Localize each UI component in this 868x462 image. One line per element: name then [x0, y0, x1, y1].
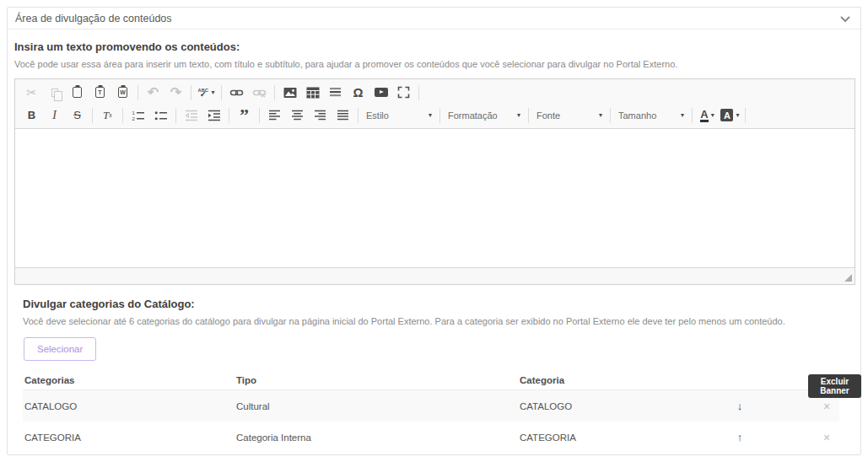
categories-description: Você deve selecionar até 6 categorias do…	[23, 316, 854, 326]
italic-button[interactable]: I	[44, 105, 65, 125]
header-categoria: Categoria	[520, 375, 666, 385]
justify-icon[interactable]	[332, 105, 353, 125]
font-dropdown[interactable]: Fonte ▾	[532, 105, 607, 125]
youtube-embed-icon[interactable]	[370, 83, 391, 102]
paste-icon[interactable]	[67, 83, 88, 102]
decrease-indent-icon[interactable]	[181, 105, 202, 125]
copy-icon[interactable]	[44, 83, 65, 102]
separator	[610, 108, 611, 123]
header-categorias: Categorias	[23, 375, 236, 385]
caret-down-icon: ▾	[517, 111, 520, 119]
paste-as-text-icon[interactable]: T	[89, 83, 111, 102]
clipboard-shape: T	[95, 87, 105, 98]
align-left-icon[interactable]	[264, 105, 285, 125]
caret-down-icon: ▾	[429, 111, 432, 119]
text-color-button[interactable]: A ▾	[697, 105, 718, 125]
separator	[191, 85, 191, 100]
horizontal-line-icon[interactable]	[325, 83, 346, 102]
strikethrough-button[interactable]: S	[67, 105, 88, 125]
cell-categoria: CATEGORIA	[520, 432, 666, 443]
move-down-icon[interactable]: ↓	[737, 400, 743, 412]
panel-header[interactable]: Área de divulgação de conteúdos	[8, 8, 860, 30]
delete-banner-icon[interactable]: ×	[823, 432, 830, 443]
special-char-icon[interactable]: Ω	[348, 83, 369, 102]
cell-categorias: CATALOGO	[23, 401, 236, 411]
numbered-list-icon[interactable]: 12	[127, 105, 148, 125]
cut-icon[interactable]: ✂	[21, 83, 42, 102]
separator	[92, 108, 93, 123]
separator	[528, 108, 529, 123]
caret-down-icon: ▾	[211, 89, 214, 96]
chevron-down-icon[interactable]	[840, 11, 850, 26]
background-color-button[interactable]: A ▾	[720, 105, 741, 125]
cell-tipo: Cultural	[236, 401, 520, 411]
table-row: CATALOGO Cultural CATALOGO ↓ ×	[23, 390, 839, 422]
toolbar-row-2: B I S Tx 12	[20, 104, 849, 126]
svg-text:1: 1	[132, 110, 135, 116]
table-icon[interactable]	[302, 83, 323, 102]
select-categories-button[interactable]: Selecionar	[24, 337, 96, 361]
paste-text-mark: T	[98, 89, 101, 95]
spellcheck-icon[interactable]: ABC ✓ ▾	[196, 83, 217, 102]
size-dropdown[interactable]: Tamanho ▾	[614, 105, 688, 125]
align-center-icon[interactable]	[287, 105, 308, 125]
separator	[274, 85, 275, 100]
separator	[439, 108, 440, 123]
style-dropdown[interactable]: Estilo ▾	[362, 105, 436, 125]
background-color-glyph: A	[720, 109, 733, 121]
text-color-glyph: A	[700, 109, 708, 122]
format-dropdown[interactable]: Formatação ▾	[444, 105, 525, 125]
spell-check-mark: ✓	[200, 92, 207, 97]
separator	[175, 108, 176, 123]
remove-format-x: x	[109, 111, 112, 119]
cell-tipo: Categoria Interna	[236, 432, 520, 443]
caret-down-icon: ▾	[736, 111, 739, 119]
image-icon[interactable]	[279, 83, 300, 102]
caret-down-icon: ▾	[599, 111, 602, 119]
clipboard-shape	[73, 87, 82, 98]
style-dropdown-label: Estilo	[366, 110, 389, 121]
table-header-row: Categorias Tipo Categoria	[23, 371, 839, 390]
table-row: CATEGORIA Categoria Interna CATEGORIA ↑ …	[23, 422, 839, 453]
size-dropdown-label: Tamanho	[618, 110, 656, 121]
separator	[358, 108, 359, 123]
format-dropdown-label: Formatação	[448, 110, 498, 121]
separator	[692, 108, 693, 123]
svg-text:2: 2	[132, 116, 135, 121]
promo-heading: Insira um texto promovendo os conteúdos:	[14, 40, 854, 53]
editor-content-area[interactable]	[15, 129, 855, 267]
promo-description: Você pode usar essa área para inserir um…	[14, 59, 854, 69]
undo-icon[interactable]: ↶	[143, 83, 164, 102]
rich-text-editor: ✂ T W ↶ ↷ ABC ✓ ▾	[14, 78, 855, 285]
editor-status-bar	[15, 267, 855, 284]
resize-handle[interactable]	[844, 274, 852, 282]
clipboard-shape: W	[118, 87, 127, 98]
paste-word-mark: W	[120, 89, 126, 95]
toolbar-row-1: ✂ T W ↶ ↷ ABC ✓ ▾	[20, 81, 849, 104]
separator	[745, 108, 746, 123]
caret-down-icon: ▾	[711, 111, 714, 119]
blockquote-icon[interactable]: ”	[234, 110, 255, 121]
spellcheck-glyph: ABC ✓	[198, 88, 209, 97]
font-dropdown-label: Fonte	[536, 110, 560, 121]
unlink-icon[interactable]	[249, 83, 270, 102]
remove-format-button[interactable]: Tx	[97, 105, 118, 125]
link-icon[interactable]	[226, 83, 247, 102]
maximize-icon[interactable]	[393, 83, 414, 102]
paste-from-word-icon[interactable]: W	[112, 83, 133, 102]
bold-button[interactable]: B	[21, 105, 42, 125]
copy-shape	[51, 89, 58, 97]
caret-down-icon: ▾	[681, 111, 684, 119]
move-up-icon[interactable]: ↑	[737, 431, 743, 443]
bulleted-list-icon[interactable]	[150, 105, 171, 125]
separator	[221, 85, 222, 100]
editor-toolbar: ✂ T W ↶ ↷ ABC ✓ ▾	[15, 79, 855, 129]
youtube-glyph	[375, 88, 388, 97]
categories-table: Categorias Tipo Categoria CATALOGO Cultu…	[23, 371, 839, 453]
redo-icon[interactable]: ↷	[165, 83, 186, 102]
categories-heading: Divulgar categorias do Catálogo:	[23, 298, 854, 310]
increase-indent-icon[interactable]	[203, 105, 224, 125]
categories-section: Divulgar categorias do Catálogo: Você de…	[23, 298, 854, 453]
delete-banner-icon[interactable]: ×	[823, 400, 830, 412]
align-right-icon[interactable]	[310, 105, 331, 125]
